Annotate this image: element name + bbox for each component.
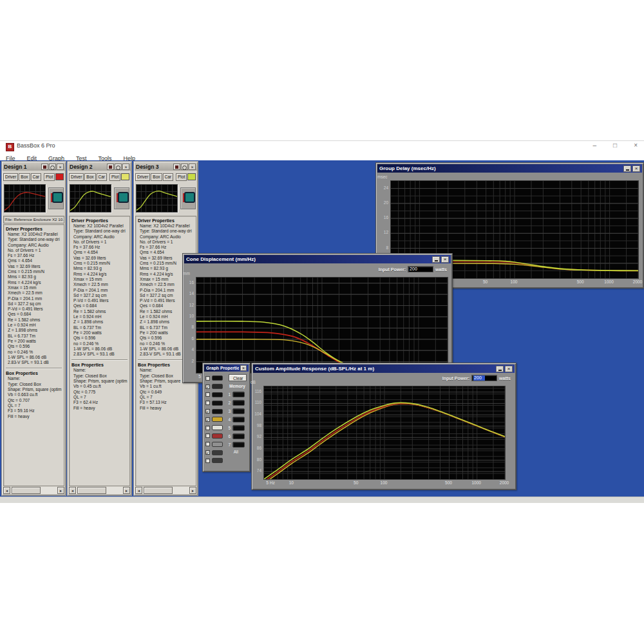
memory-slot-button[interactable] xyxy=(232,392,245,397)
curve-checkbox[interactable] xyxy=(205,376,210,381)
response-thumbnail[interactable] xyxy=(70,184,111,213)
curve-checkbox[interactable]: ✓ xyxy=(205,450,210,455)
panel-close-button[interactable]: × xyxy=(189,164,196,170)
curve-swatch[interactable] xyxy=(212,458,223,463)
memory-slot-button[interactable] xyxy=(232,408,245,414)
memory-slot-button[interactable] xyxy=(232,442,245,448)
cone-displacement-plot[interactable] xyxy=(196,277,448,374)
curve-checkbox[interactable]: ✓ xyxy=(205,409,210,413)
window-titlebar[interactable]: Graph Properties × xyxy=(204,365,249,372)
scroll-right-arrow[interactable]: ► xyxy=(57,487,64,494)
close-button[interactable]: × xyxy=(632,166,640,172)
plot-button[interactable]: Plot xyxy=(44,173,55,181)
window-titlebar[interactable]: Group Delay (msec/Hz) × xyxy=(377,164,642,173)
curve-swatch[interactable] xyxy=(212,401,223,406)
curve-checkbox[interactable]: ✓ xyxy=(205,384,210,389)
curve-swatch[interactable] xyxy=(212,417,223,422)
plot-button[interactable]: Plot xyxy=(109,173,120,181)
amplitude-response-plot[interactable] xyxy=(263,386,506,480)
car-button[interactable]: Car xyxy=(31,173,41,181)
curve-checkbox[interactable] xyxy=(205,401,210,405)
response-thumbnail[interactable] xyxy=(136,184,178,213)
speaker-box-icon[interactable] xyxy=(114,187,129,209)
input-power-field[interactable]: 200 xyxy=(408,266,433,272)
curve-checkbox[interactable]: ✓ xyxy=(205,417,210,422)
curve-checkbox[interactable] xyxy=(205,433,210,438)
speaker-box-icon[interactable] xyxy=(48,187,64,209)
minimize-button[interactable] xyxy=(623,166,631,172)
curve-checkbox[interactable] xyxy=(205,392,210,397)
curve-swatch[interactable] xyxy=(212,450,223,455)
driver-button[interactable]: Driver xyxy=(135,173,150,181)
curve-checkbox[interactable] xyxy=(205,459,210,463)
clear-button[interactable]: Clear xyxy=(229,374,247,381)
maximize-button[interactable]: □ xyxy=(613,142,617,149)
minimize-button[interactable] xyxy=(432,256,440,263)
scrollbar-thumb[interactable] xyxy=(144,487,173,494)
plot-button[interactable]: Plot xyxy=(176,173,187,181)
scrollbar-track[interactable] xyxy=(10,487,57,494)
panel-update-button[interactable] xyxy=(49,164,56,170)
panel-close-button[interactable]: × xyxy=(122,164,129,170)
memory-slot-button[interactable] xyxy=(232,433,245,439)
speaker-box-icon[interactable] xyxy=(180,187,196,209)
curve-swatch[interactable] xyxy=(212,392,223,397)
curve-checkbox[interactable] xyxy=(205,426,210,430)
panel-titlebar[interactable]: Design 2 × xyxy=(68,162,131,171)
box-button[interactable]: Box xyxy=(151,173,162,181)
box-button[interactable]: Box xyxy=(19,173,30,181)
curve-swatch[interactable] xyxy=(212,384,223,389)
scrollbar-thumb[interactable] xyxy=(77,487,106,494)
scroll-right-arrow[interactable]: ► xyxy=(189,487,196,494)
panel-update-button[interactable] xyxy=(181,164,188,170)
response-thumbnail[interactable] xyxy=(4,184,46,213)
panel-notes-button[interactable] xyxy=(41,164,48,170)
panel-titlebar[interactable]: Design 3 × xyxy=(135,162,197,171)
scroll-left-arrow[interactable]: ◄ xyxy=(69,487,76,494)
panel-close-button[interactable]: × xyxy=(57,164,64,170)
y-axis-tick: 86 xyxy=(251,446,261,450)
memory-slot-button[interactable] xyxy=(232,400,245,406)
panel-notes-button[interactable] xyxy=(107,164,114,170)
plot-color-swatch[interactable] xyxy=(121,173,129,180)
curve-swatch[interactable] xyxy=(212,425,223,430)
curve-swatch[interactable] xyxy=(212,433,223,439)
curve-swatch[interactable] xyxy=(212,442,223,447)
window-titlebar[interactable]: Custom Amplitude Response (dB-SPL/Hz at … xyxy=(253,365,515,373)
minimize-button[interactable]: – xyxy=(593,142,597,149)
panel-notes-button[interactable] xyxy=(173,164,180,170)
box-properties-heading: Box Properties xyxy=(6,371,64,375)
close-button[interactable]: × xyxy=(240,365,247,371)
driver-button[interactable]: Driver xyxy=(69,173,84,181)
window-titlebar[interactable]: Cone Displacement (mm/Hz) × xyxy=(184,255,451,263)
horizontal-scrollbar[interactable]: ◄ ► xyxy=(69,487,130,494)
memory-slot-button[interactable] xyxy=(232,425,245,431)
driver-button[interactable]: Driver xyxy=(3,173,18,181)
panel-update-button[interactable] xyxy=(115,164,122,170)
scroll-right-arrow[interactable]: ► xyxy=(123,487,130,494)
car-button[interactable]: Car xyxy=(97,173,107,181)
close-button[interactable]: × xyxy=(505,366,513,372)
scrollbar-thumb[interactable] xyxy=(12,487,41,494)
minimize-button[interactable] xyxy=(496,366,504,372)
horizontal-scrollbar[interactable]: ◄ ► xyxy=(3,487,64,494)
memory-all-label[interactable]: All xyxy=(234,450,238,454)
app-titlebar[interactable]: B BassBox 6 Pro – □ × xyxy=(0,141,644,151)
input-power-field[interactable]: 200 xyxy=(471,375,497,381)
plot-color-swatch[interactable] xyxy=(187,173,196,180)
car-button[interactable]: Car xyxy=(163,173,173,181)
scrollbar-track[interactable] xyxy=(142,487,189,494)
curve-swatch[interactable] xyxy=(212,375,223,381)
curve-checkbox[interactable] xyxy=(205,442,210,446)
memory-slot-button[interactable] xyxy=(232,417,245,422)
panel-titlebar[interactable]: Design 1 × xyxy=(3,162,65,171)
close-button[interactable]: × xyxy=(441,256,449,263)
scrollbar-track[interactable] xyxy=(76,487,123,494)
scroll-left-arrow[interactable]: ◄ xyxy=(3,487,10,494)
scroll-left-arrow[interactable]: ◄ xyxy=(135,487,142,494)
close-button[interactable]: × xyxy=(634,142,638,149)
box-button[interactable]: Box xyxy=(84,173,95,181)
horizontal-scrollbar[interactable]: ◄ ► xyxy=(135,487,196,494)
curve-swatch[interactable] xyxy=(212,409,223,414)
plot-color-swatch[interactable] xyxy=(55,173,64,180)
